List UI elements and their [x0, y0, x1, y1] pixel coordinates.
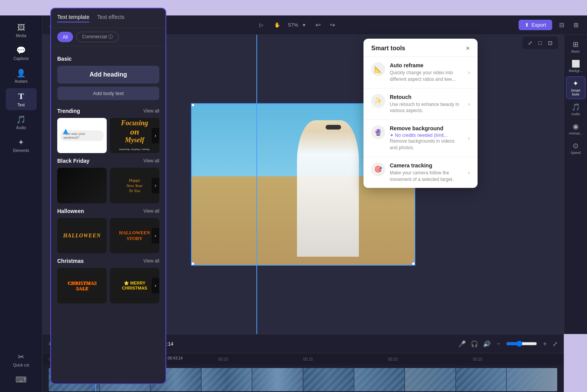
smart-tools-panel: Smart tools × 📐 Auto reframe Quickly cha… [363, 39, 478, 188]
smart-tools-header: Smart tools × [363, 39, 478, 57]
halloween-text-2: HALLOWEENSTORY [119, 230, 150, 242]
fullscreen-btn[interactable]: ⊞ [571, 20, 581, 30]
tab-text-template[interactable]: Text template [57, 14, 89, 22]
layout-toggle-btn[interactable]: ⊟ [557, 20, 567, 30]
bf-card-1[interactable] [57, 168, 107, 203]
nav-label-avatars: Avatars [15, 79, 28, 84]
nav-item-keyboard[interactable]: ⌨ [6, 372, 37, 387]
newyear-text: HappyNew YearTo You [126, 178, 143, 193]
trending-section-header: Trending View all [57, 108, 159, 114]
remove-bg-icon: 🔮 [371, 125, 385, 139]
tab-text-effects[interactable]: Text effects [97, 14, 125, 22]
st-item-remove-bg[interactable]: 🔮 Remove background ✦ No credits needed … [363, 120, 478, 157]
trending-view-all[interactable]: View all [143, 108, 159, 114]
merry-christmas-text: ⭐ MERRYCHRISTMAS [122, 281, 147, 291]
trending-card-1[interactable]: ▲ How was your weekend? [57, 118, 107, 153]
zoom-in-btn[interactable]: ＋ [542, 340, 548, 348]
select-tool-btn[interactable]: ▷ [256, 20, 266, 29]
no-credits-badge: ✦ No credits needed (limit... [390, 133, 463, 138]
trending-title: Trending [57, 108, 80, 114]
rs-item-audio[interactable]: 🎵 Audio [566, 101, 585, 118]
panel-content: Basic Add heading Add body text Trending… [51, 46, 166, 379]
captions-icon: 💬 [16, 46, 26, 55]
filter-commercial-btn[interactable]: Commercial ⓘ [76, 32, 118, 42]
nav-item-quickcut[interactable]: ✂ Quick cut [6, 349, 37, 370]
expand-canvas-btn[interactable]: ⤢ [526, 39, 534, 47]
redo-btn[interactable]: ↪ [328, 20, 337, 30]
rs-label-background: Backgr... [569, 69, 582, 73]
christmas-grid: CHRISTMASSALE ⭐ MERRYCHRISTMAS [57, 268, 159, 303]
timeline-zoom-slider[interactable] [506, 341, 537, 347]
hand-tool-btn[interactable]: ✋ [271, 20, 283, 29]
nav-item-media[interactable]: 🖼 Media [6, 20, 37, 41]
thumb-5 [303, 368, 354, 391]
avatars-icon: 👤 [16, 68, 26, 78]
basic-title: Basic [57, 56, 72, 62]
mic-btn[interactable]: 🎤 [458, 340, 466, 348]
export-button[interactable]: ⬆ Export [519, 20, 552, 30]
blackfriday-templates: HappyNew YearTo You › [57, 168, 159, 203]
remove-bg-chevron: › [468, 135, 470, 141]
halloween-card-1[interactable]: HALLOWEEN [57, 218, 107, 253]
zoom-value: 57% [288, 22, 298, 28]
auto-reframe-chevron: › [468, 69, 470, 75]
rs-item-smart-tools[interactable]: ✦ Smart tools [566, 77, 585, 99]
add-heading-btn[interactable]: Add heading [57, 66, 159, 84]
halloween-grid: HALLOWEEN HALLOWEENSTORY [57, 218, 159, 253]
filter-all-btn[interactable]: All [57, 32, 73, 42]
rs-label-smart-tools: Smart tools [568, 89, 584, 96]
audio-track-btn[interactable]: 🎧 [471, 340, 478, 348]
nav-item-avatars[interactable]: 👤 Avatars [6, 65, 37, 87]
thumb-8 [456, 368, 507, 391]
camera-tracking-desc: Make your camera follow the movement of … [390, 170, 463, 183]
animate-rs-icon: ◉ [573, 122, 579, 131]
christmas-next-btn[interactable]: › [152, 278, 159, 293]
christmas-title: Christmas [57, 258, 84, 264]
blackfriday-next-btn[interactable]: › [152, 178, 159, 193]
nav-item-elements[interactable]: ✦ Elements [6, 135, 37, 156]
export-icon: ⬆ [525, 22, 529, 28]
rs-item-background[interactable]: ⬜ Backgr... [566, 57, 585, 75]
christmas-view-all[interactable]: View all [143, 258, 159, 264]
auto-reframe-content: Auto reframe Quickly change your video i… [390, 62, 463, 83]
blackfriday-view-all[interactable]: View all [143, 158, 159, 164]
halloween-next-btn[interactable]: › [152, 228, 159, 244]
blackfriday-section-header: Black Friday View all [57, 158, 159, 164]
halloween-view-all[interactable]: View all [143, 208, 159, 214]
fullscreen-timeline-btn[interactable]: ⤢ [553, 340, 558, 348]
smart-tools-close-btn[interactable]: × [466, 45, 470, 52]
focusing-text: FocusingonMyself inspiring. shaping. rai… [119, 119, 150, 152]
blackfriday-title: Black Friday [57, 158, 89, 164]
blackfriday-grid: HappyNew YearTo You [57, 168, 159, 203]
nav-item-text[interactable]: T Text [6, 88, 37, 110]
halloween-templates: HALLOWEEN HALLOWEENSTORY › [57, 218, 159, 253]
christmas-section-header: Christmas View all [57, 258, 159, 264]
thumb-4 [252, 368, 303, 391]
zoom-out-btn[interactable]: － [495, 340, 502, 348]
camera-tracking-title: Camera tracking [390, 162, 463, 169]
remove-bg-desc: Remove backgrounds in videos and photos. [390, 138, 463, 151]
camera-tracking-content: Camera tracking Make your camera follow … [390, 162, 463, 183]
aspect-ratio-btn[interactable]: □ [537, 39, 543, 47]
st-item-retouch[interactable]: ✨ Retouch Use retouch to enhance beauty … [363, 89, 478, 120]
nav-item-audio[interactable]: 🎵 Audio [6, 112, 37, 133]
elements-icon: ✦ [18, 138, 24, 147]
nav-item-captions[interactable]: 💬 Captions [6, 43, 37, 64]
rs-item-speed[interactable]: ⊙ Speed [566, 139, 585, 157]
zoom-dropdown-btn[interactable]: ▾ [300, 20, 309, 29]
add-body-btn[interactable]: Add body text [57, 87, 159, 100]
rs-item-basic[interactable]: ⊞ Basic [566, 38, 585, 56]
halloween-section-header: Halloween View all [57, 208, 159, 214]
trending-next-btn[interactable]: › [152, 128, 159, 143]
undo-btn[interactable]: ↩ [313, 20, 323, 30]
nav-label-text: Text [17, 103, 24, 107]
st-item-auto-reframe[interactable]: 📐 Auto reframe Quickly change your video… [363, 57, 478, 89]
retouch-title: Retouch [390, 94, 463, 100]
st-item-camera-tracking[interactable]: 🎯 Camera tracking Make your camera follo… [363, 157, 478, 188]
voice-btn[interactable]: 🔊 [483, 340, 491, 348]
christmas-card-1[interactable]: CHRISTMASSALE [57, 268, 107, 303]
rs-item-animate[interactable]: ◉ Animat... [566, 120, 585, 138]
keyboard-icon: ⌨ [15, 375, 27, 384]
crop-btn[interactable]: ⊡ [546, 39, 554, 47]
retouch-desc: Use retouch to enhance beauty in various… [390, 101, 463, 114]
